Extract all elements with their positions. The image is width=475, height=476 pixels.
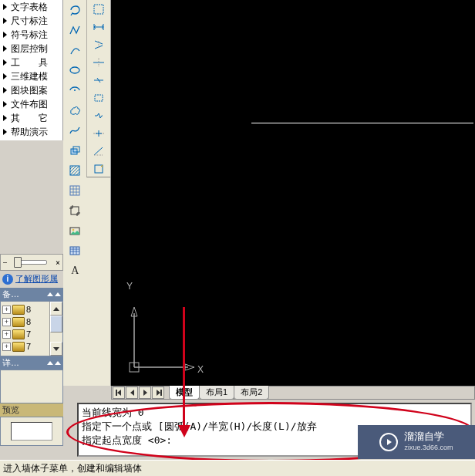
dim-linear-icon[interactable] xyxy=(89,19,108,34)
menu-item-text-table[interactable]: 文字表格 xyxy=(0,0,62,14)
expand-icon[interactable]: + xyxy=(2,318,11,326)
scroll-up-icon[interactable] xyxy=(50,302,62,316)
marquee-icon[interactable] xyxy=(89,2,108,16)
x-axis-label: X xyxy=(197,364,204,375)
preview-slot xyxy=(11,422,52,441)
svg-rect-9 xyxy=(70,247,79,255)
hatch-icon[interactable] xyxy=(66,162,84,179)
annotation-arrow xyxy=(183,307,185,430)
svg-point-8 xyxy=(72,229,75,231)
expand-icon[interactable]: + xyxy=(2,343,11,351)
palette-detail-header[interactable]: 详… xyxy=(0,356,63,370)
cmd-line: 当前线宽为 0 xyxy=(82,406,467,420)
lasso-icon[interactable] xyxy=(66,2,84,19)
palette-title: 详… xyxy=(2,357,19,369)
polyline-icon[interactable] xyxy=(66,22,84,39)
menu-item-help[interactable]: 帮助演示 xyxy=(0,125,62,139)
menu-label: 帮助演示 xyxy=(11,126,48,139)
palette-detail-body xyxy=(0,370,63,403)
palette-backup-header[interactable]: 备… xyxy=(0,288,63,301)
menu-label: 三维建模 xyxy=(11,70,48,83)
tab-first-icon[interactable] xyxy=(113,387,125,399)
tab-next-icon[interactable] xyxy=(139,387,151,399)
tab-layout1[interactable]: 布局1 xyxy=(199,386,234,400)
svg-rect-11 xyxy=(95,95,103,101)
svg-point-1 xyxy=(74,89,76,91)
scroll-down-icon[interactable] xyxy=(50,342,62,356)
menu-label: 文字表格 xyxy=(11,1,48,14)
chevrons-icon[interactable] xyxy=(89,109,108,123)
transparency-slider[interactable]: – × xyxy=(0,254,63,271)
palette-title: 预览 xyxy=(2,404,19,416)
toolbar-dim xyxy=(86,0,110,177)
slope-icon[interactable] xyxy=(89,144,108,159)
annotation-arrow-head xyxy=(178,425,190,437)
dim-axis-icon[interactable] xyxy=(89,37,108,52)
menu-item-file-layout[interactable]: 文件布图 xyxy=(0,97,62,111)
tab-layout2[interactable]: 布局2 xyxy=(234,386,269,400)
region-icon[interactable] xyxy=(66,142,84,159)
menu-item-dim[interactable]: 尺寸标注 xyxy=(0,14,62,28)
close-icon[interactable]: × xyxy=(56,258,60,267)
tab-prev-icon[interactable] xyxy=(126,387,138,399)
watermark-sub: zixue.3d66.com xyxy=(404,442,453,453)
expand-icon[interactable]: + xyxy=(2,306,11,314)
scroll-thumb[interactable] xyxy=(50,316,62,333)
menu-item-other[interactable]: 其 它 xyxy=(0,111,62,125)
dim-slash-icon[interactable] xyxy=(89,73,108,87)
menu-label: 图层控制 xyxy=(11,42,48,56)
layout-tabs-row: 模型 布局1 布局2 xyxy=(111,386,475,400)
svg-rect-5 xyxy=(70,186,79,195)
menu-label: 尺寸标注 xyxy=(11,15,48,28)
info-row: i 了解图形属 xyxy=(0,271,63,288)
toolbar-draw: A xyxy=(63,0,86,386)
revision-cloud-icon[interactable] xyxy=(66,102,84,119)
spline-icon[interactable] xyxy=(66,122,84,139)
menu-item-symbol[interactable]: 符号标注 xyxy=(0,28,62,42)
status-text: 进入墙体子菜单，创建和编辑墙体 xyxy=(3,462,142,475)
menu-item-tools[interactable]: 工 具 xyxy=(0,56,62,69)
plus-divider-icon[interactable] xyxy=(89,127,108,141)
folder-icon xyxy=(12,317,25,327)
folder-icon xyxy=(12,305,25,315)
menu-item-layer[interactable]: 图层控制 xyxy=(0,42,62,56)
toolstrip: A xyxy=(63,0,111,386)
ellipse-icon[interactable] xyxy=(66,62,84,79)
play-icon xyxy=(379,433,398,451)
info-link[interactable]: 了解图形属 xyxy=(15,273,58,285)
menu-label: 符号标注 xyxy=(11,29,48,42)
palette-title: 备… xyxy=(2,289,19,300)
menu-item-block[interactable]: 图块图案 xyxy=(0,83,62,97)
folder-icon xyxy=(12,329,25,339)
watermark: 溜溜自学 zixue.3d66.com xyxy=(358,425,475,459)
menu-label: 工 具 xyxy=(11,56,48,69)
tab-last-icon[interactable] xyxy=(152,387,164,399)
menu-label: 图块图案 xyxy=(11,84,48,97)
menu-label: 其 它 xyxy=(11,112,48,125)
info-icon: i xyxy=(2,274,13,285)
palette-preview-header[interactable]: 预览 xyxy=(0,403,63,417)
expand-icon[interactable]: + xyxy=(2,330,11,339)
drawing-canvas[interactable]: Y X xyxy=(111,0,475,386)
arc-icon[interactable] xyxy=(66,42,84,59)
crop-icon[interactable] xyxy=(66,202,84,219)
hatch-sparkle-icon[interactable] xyxy=(89,162,108,177)
dim-h-icon[interactable] xyxy=(89,55,108,69)
watermark-title: 溜溜自学 xyxy=(404,431,453,442)
table-icon[interactable] xyxy=(66,242,84,259)
photo-icon[interactable] xyxy=(66,222,84,239)
left-menu: 文字表格 尺寸标注 符号标注 图层控制 工 具 三维建模 图块图案 文件布图 其… xyxy=(0,0,63,140)
menu-label: 文件布图 xyxy=(11,98,48,111)
palette-backup-body: +8 +8 +7 +7 xyxy=(0,301,63,356)
folder-icon xyxy=(12,342,25,352)
ellipse-arc-icon[interactable] xyxy=(66,82,84,99)
rect-dashed-icon[interactable] xyxy=(89,90,108,105)
svg-rect-10 xyxy=(94,5,103,14)
svg-point-0 xyxy=(70,67,79,73)
grid-tool-icon[interactable] xyxy=(66,182,84,199)
left-panels: – × i 了解图形属 备… +8 +8 +7 +7 详… 预览 xyxy=(0,140,63,446)
menu-item-3d[interactable]: 三维建模 xyxy=(0,69,62,83)
svg-marker-19 xyxy=(387,439,392,445)
tree-scrollbar[interactable] xyxy=(49,302,62,356)
text-icon[interactable]: A xyxy=(66,262,84,279)
